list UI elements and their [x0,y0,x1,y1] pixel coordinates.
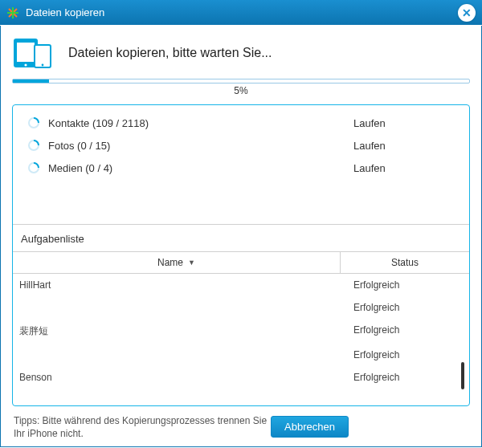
footer: Tipps: Bitte während des Kopierungsproze… [9,406,473,442]
category-label: Fotos (0 / 15) [48,140,353,152]
table-row: 裴胖短 Erfolgreich [13,319,469,344]
dialog-body: Dateien kopieren, bitte warten Sie... 5%… [0,26,482,447]
footer-tip: Tipps: Bitte während des Kopierungsproze… [14,414,271,440]
column-header-status[interactable]: Status [341,252,469,273]
progress-percent: 5% [12,85,470,96]
table-header: Name ▼ Status [13,251,469,274]
table-row: Erfolgreich [13,344,469,366]
task-list: Aufgabenliste Name ▼ Status HillHart Erf… [13,224,469,405]
content-panel: Kontakte (109 / 2118) Laufen Fotos (0 / … [12,104,470,406]
scrollbar-thumb[interactable] [461,362,464,389]
category-label: Medien (0 / 4) [48,162,353,174]
header: Dateien kopieren, bitte warten Sie... [9,32,473,79]
cell-status: Erfolgreich [334,366,469,389]
table-body[interactable]: HillHart Erfolgreich Erfolgreich 裴胖短 Erf… [13,274,469,405]
category-row: Kontakte (109 / 2118) Laufen [27,116,455,129]
category-status: Laufen [353,162,386,174]
tasklist-title: Aufgabenliste [13,225,469,251]
spinner-icon [27,139,40,152]
category-label: Kontakte (109 / 2118) [48,117,353,129]
cell-status: Erfolgreich [334,319,469,344]
cell-name: Benson [13,366,334,389]
window-title: Dateien kopieren [26,6,104,18]
app-logo-icon [6,6,19,19]
cell-status: Erfolgreich [334,274,469,296]
spinner-icon [27,116,40,129]
close-button[interactable]: ✕ [458,4,476,22]
progress-bar [12,79,470,83]
category-list: Kontakte (109 / 2118) Laufen Fotos (0 / … [13,105,469,224]
svg-point-5 [42,64,44,67]
category-row: Fotos (0 / 15) Laufen [27,139,455,152]
spinner-icon [27,161,40,174]
table-row: Erfolgreich [13,296,469,319]
cell-status: Erfolgreich [334,296,469,319]
dialog-heading: Dateien kopieren, bitte warten Sie... [68,46,272,60]
sort-indicator-icon: ▼ [188,259,195,267]
cell-name [13,296,334,319]
title-bar: Dateien kopieren ✕ [0,0,482,26]
progress-fill [13,79,49,83]
devices-icon [12,35,54,71]
cell-name: HillHart [13,274,334,296]
cell-name [13,344,334,366]
cell-status: Erfolgreich [334,344,469,366]
svg-point-2 [24,63,27,66]
category-status: Laufen [353,117,386,129]
category-row: Medien (0 / 4) Laufen [27,161,455,174]
cancel-button[interactable]: Abbrechen [271,416,349,438]
svg-rect-1 [17,43,35,62]
column-header-name[interactable]: Name ▼ [13,252,341,273]
table-row: Benson Erfolgreich [13,366,469,389]
table-row: HillHart Erfolgreich [13,274,469,296]
progress-section: 5% [12,79,470,96]
close-icon: ✕ [462,6,472,19]
cell-name: 裴胖短 [13,319,334,344]
category-status: Laufen [353,140,386,152]
